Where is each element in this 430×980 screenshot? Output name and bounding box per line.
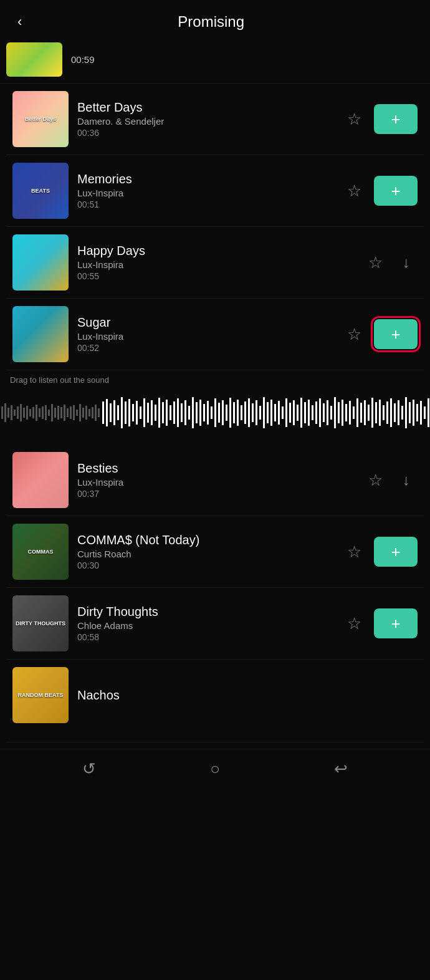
- svg-rect-56: [192, 397, 194, 428]
- svg-rect-37: [121, 397, 123, 428]
- svg-rect-43: [143, 398, 145, 427]
- track-title: Besties: [77, 461, 364, 476]
- track-list-lower: Besties Lux-Inspira 00:37 ☆ ↓ COMMAS COM…: [0, 444, 430, 742]
- track-actions: ☆ +: [343, 319, 418, 349]
- svg-rect-114: [409, 402, 411, 423]
- track-artist: Damero. & Sendeljer: [77, 116, 343, 127]
- svg-rect-102: [364, 400, 366, 425]
- add-button[interactable]: +: [374, 104, 418, 134]
- svg-rect-118: [424, 406, 426, 419]
- svg-rect-34: [110, 403, 112, 422]
- home-nav-button[interactable]: ○: [210, 759, 220, 779]
- svg-rect-61: [211, 406, 213, 419]
- svg-rect-11: [36, 405, 37, 421]
- track-artist: Lux-Inspira: [77, 259, 364, 270]
- svg-rect-5: [17, 406, 19, 419]
- download-icon: ↓: [403, 471, 410, 489]
- svg-rect-112: [401, 406, 403, 420]
- favorite-button[interactable]: ☆: [364, 469, 386, 491]
- svg-rect-52: [177, 398, 179, 427]
- star-icon: ☆: [347, 110, 361, 129]
- svg-rect-66: [229, 398, 231, 428]
- svg-rect-4: [14, 410, 16, 416]
- svg-rect-14: [45, 405, 47, 420]
- back-nav-button[interactable]: ↩: [334, 759, 348, 779]
- favorite-button[interactable]: ☆: [364, 251, 386, 274]
- svg-rect-101: [360, 403, 362, 423]
- svg-rect-95: [338, 402, 340, 423]
- svg-rect-117: [420, 401, 422, 425]
- svg-rect-39: [128, 399, 130, 426]
- add-button[interactable]: +: [374, 319, 418, 349]
- favorite-button[interactable]: ☆: [343, 108, 365, 130]
- track-duration: 00:51: [77, 199, 343, 209]
- track-artist: Lux-Inspira: [77, 477, 364, 488]
- add-button[interactable]: +: [374, 537, 418, 567]
- track-actions: ☆ ↓: [364, 469, 418, 491]
- waveform-section: Drag to listen out the sound: [0, 370, 430, 444]
- svg-rect-49: [166, 400, 168, 426]
- track-artist: Lux-Inspira: [77, 188, 343, 198]
- track-duration: 00:58: [77, 632, 343, 642]
- svg-rect-46: [155, 405, 156, 421]
- svg-rect-74: [259, 406, 261, 420]
- svg-rect-106: [379, 400, 381, 426]
- svg-rect-17: [54, 408, 56, 418]
- track-info: Happy Days Lux-Inspira 00:55: [77, 244, 364, 281]
- svg-rect-76: [267, 402, 269, 423]
- svg-rect-86: [304, 402, 306, 423]
- star-icon: ☆: [368, 253, 383, 272]
- favorite-button[interactable]: ☆: [343, 540, 365, 563]
- svg-rect-54: [184, 400, 186, 425]
- favorite-button[interactable]: ☆: [343, 323, 365, 345]
- track-duration: 00:36: [77, 128, 343, 138]
- track-item: RANDOM BEATS Nachos: [6, 660, 424, 742]
- svg-rect-23: [73, 405, 75, 420]
- add-button[interactable]: +: [374, 608, 418, 638]
- track-title: Happy Days: [77, 244, 364, 258]
- svg-rect-0: [1, 406, 3, 419]
- track-duration: 00:37: [77, 489, 364, 499]
- download-button[interactable]: ↓: [395, 469, 418, 491]
- svg-rect-12: [39, 408, 41, 417]
- waveform-container[interactable]: [0, 391, 430, 435]
- svg-rect-68: [237, 400, 239, 426]
- svg-rect-81: [285, 398, 287, 427]
- refresh-nav-button[interactable]: ↺: [82, 759, 96, 779]
- favorite-button[interactable]: ☆: [343, 612, 365, 635]
- track-thumbnail: Better Days: [12, 91, 69, 147]
- track-artist: Chloe Adams: [77, 620, 343, 631]
- download-icon: ↓: [403, 254, 410, 271]
- track-title: Nachos: [77, 688, 418, 703]
- track-info: Dirty Thoughts Chloe Adams 00:58: [77, 605, 343, 642]
- svg-rect-47: [158, 398, 160, 428]
- svg-rect-93: [330, 406, 332, 420]
- svg-rect-35: [113, 400, 115, 425]
- download-button[interactable]: ↓: [395, 251, 418, 274]
- svg-rect-100: [356, 398, 358, 427]
- track-thumbnail: COMMAS: [12, 524, 69, 580]
- favorite-button[interactable]: ☆: [343, 180, 365, 202]
- track-thumbnail: RANDOM BEATS: [12, 667, 69, 723]
- back-button[interactable]: ‹: [12, 11, 27, 32]
- svg-rect-41: [136, 401, 138, 425]
- svg-rect-16: [51, 404, 53, 421]
- svg-rect-38: [125, 401, 127, 424]
- svg-rect-58: [199, 400, 201, 426]
- star-icon: ☆: [347, 542, 361, 562]
- partial-track-duration: 00:59: [71, 54, 95, 65]
- svg-rect-60: [207, 401, 209, 425]
- svg-rect-105: [375, 402, 377, 423]
- svg-rect-94: [334, 397, 336, 428]
- svg-rect-88: [312, 405, 313, 420]
- svg-rect-42: [140, 406, 141, 419]
- svg-rect-110: [394, 403, 396, 422]
- svg-rect-48: [162, 402, 164, 423]
- svg-rect-32: [102, 401, 104, 424]
- svg-rect-44: [147, 403, 149, 423]
- add-button[interactable]: +: [374, 176, 418, 206]
- waveform-svg[interactable]: [0, 394, 430, 431]
- track-item: Besties Lux-Inspira 00:37 ☆ ↓: [6, 444, 424, 516]
- track-thumbnail: BEATS: [12, 163, 69, 219]
- svg-rect-116: [416, 404, 418, 421]
